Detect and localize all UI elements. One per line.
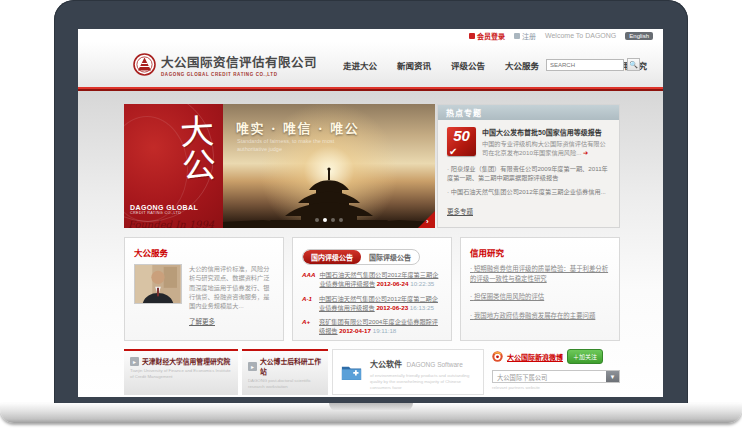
member-login-link[interactable]: 会员登录 bbox=[469, 31, 505, 41]
research-title: 信用研究 bbox=[470, 246, 610, 258]
laptop-base bbox=[0, 403, 742, 423]
website-viewport: 会员登录 注册 Welcome To DAGONG English 大 bbox=[78, 29, 663, 397]
chevron-down-icon: ▼ bbox=[606, 371, 619, 382]
banner-slogan: 唯实 · 唯信 · 唯公 bbox=[236, 118, 359, 137]
nav-item-about[interactable]: 走进大公 bbox=[343, 59, 377, 71]
footer-row: ▸ 天津财经大学信用管理研究院 Tianjin University of Fi… bbox=[124, 349, 620, 395]
search-button[interactable]: 🔍 bbox=[627, 58, 640, 71]
research-link[interactable]: 短期融资券信用评级的质量检验：基于利差分析的评级一致性与稳定性研究 bbox=[470, 264, 610, 283]
tab-international-ratings[interactable]: 国际评级公告 bbox=[361, 250, 419, 264]
nav-item-services[interactable]: 大公服务 bbox=[505, 59, 539, 71]
services-more-link[interactable]: 了解更多 bbox=[189, 316, 215, 326]
partner-select-dropdown[interactable]: 大公国际下属公司 ▼ bbox=[492, 370, 620, 383]
banner-row: 大公 DAGONG GLOBAL CREDIT RATING CO.,LTD F… bbox=[124, 91, 620, 228]
hot-topics-panel: 热点专题 50 ✔ 中国大公发布首批50国家信用等级报告 中国 bbox=[437, 104, 620, 228]
badge-50-icon: 50 ✔ bbox=[447, 127, 476, 156]
announcement-date: 2012-04-17 bbox=[339, 327, 371, 334]
partner-select-note: relevant partners website bbox=[492, 385, 620, 390]
welcome-text: Welcome To DAGONG bbox=[545, 32, 616, 39]
logo-text: 大公国际资信评估有限公司 DAGONG GLOBAL CREDIT RATING… bbox=[161, 52, 317, 77]
carousel-dot[interactable] bbox=[331, 218, 335, 222]
register-icon bbox=[514, 33, 520, 39]
weibo-link[interactable]: 大公国际新浪微博 bbox=[507, 352, 563, 362]
announcement-tabs: 国内评级公告 国际评级公告 bbox=[302, 249, 420, 265]
weibo-box: 大公国际新浪微博 ＋加关注 大公国际下属公司 ▼ relevant partne… bbox=[492, 349, 620, 395]
software-title: 大公软件 bbox=[370, 360, 402, 369]
site-body: 大公 DAGONG GLOBAL CREDIT RATING CO.,LTD F… bbox=[78, 91, 663, 397]
dagong-logo-icon bbox=[133, 53, 156, 76]
hot-topic-link[interactable]: 阳泉煤业（集团）有限责任公司2009年度第一期、2011年度第一期、第二期中期票… bbox=[447, 164, 610, 183]
carousel-dot[interactable] bbox=[339, 218, 343, 222]
carousel-next-arrow[interactable]: › bbox=[418, 211, 435, 228]
rating-grade: A-1 bbox=[302, 294, 315, 313]
partner-select-value: 大公国际下属公司 bbox=[493, 371, 606, 382]
hot-topic-link[interactable]: 中国石油天然气集团公司2012年度第三期企业债券信用... bbox=[447, 187, 610, 197]
featured-topic-desc: 中国的专业评级机构大公国际资信评估有限公司在北京发布2010年国家信用风险...… bbox=[482, 139, 610, 158]
english-language-button[interactable]: English bbox=[625, 32, 653, 40]
announcement-time: 16:13:25 bbox=[410, 304, 434, 311]
announcement-time: 10:22:35 bbox=[410, 280, 434, 287]
register-link[interactable]: 注册 bbox=[514, 31, 536, 41]
services-title: 大公服务 bbox=[134, 246, 274, 258]
carousel-slide[interactable]: 唯实 · 唯信 · 唯公 Standards of fairness, to m… bbox=[223, 104, 435, 228]
member-icon bbox=[469, 33, 475, 39]
announcement-row: AAA 中国石油天然气集团公司2012年度第三期企业债券信用评级报告 2012-… bbox=[302, 270, 442, 289]
nav-item-rating-announcements[interactable]: 评级公告 bbox=[451, 59, 485, 71]
more-topics-link[interactable]: 更多专题 bbox=[447, 206, 473, 216]
cards-row: 大公服务 bbox=[124, 237, 620, 341]
magnifier-icon: 🔍 bbox=[629, 61, 638, 69]
research-link[interactable]: 担保圈类信用风险的评估 bbox=[470, 292, 610, 302]
thumbnail-icon: ▸ bbox=[248, 362, 257, 371]
chevron-right-icon: › bbox=[426, 217, 429, 226]
laptop-mockup: 会员登录 注册 Welcome To DAGONG English 大 bbox=[0, 0, 742, 429]
brand-name: DAGONG GLOBAL CREDIT RATING CO.,LTD bbox=[130, 204, 198, 215]
brand-card: 大公 DAGONG GLOBAL CREDIT RATING CO.,LTD F… bbox=[124, 104, 223, 228]
search-input[interactable] bbox=[546, 59, 624, 71]
software-box[interactable]: 大公软件 DAGONG Software of environmentally … bbox=[332, 349, 484, 395]
weibo-follow-button[interactable]: ＋加关注 bbox=[567, 349, 603, 364]
software-title-en: DAGONG Software bbox=[406, 361, 462, 368]
topbar: 会员登录 注册 Welcome To DAGONG English bbox=[78, 29, 663, 42]
featured-topic-title[interactable]: 中国大公发布首批50国家信用等级报告 bbox=[482, 127, 610, 137]
businessman-photo bbox=[134, 264, 182, 304]
laptop-screen-bezel: 会员登录 注册 Welcome To DAGONG English 大 bbox=[54, 0, 688, 404]
rating-grade: A+ bbox=[302, 317, 315, 336]
carousel-dots bbox=[223, 218, 435, 222]
announcement-date: 2012-06-24 bbox=[377, 280, 409, 287]
search-area: 🔍 bbox=[546, 58, 640, 71]
hot-topics-body: 50 ✔ 中国大公发布首批50国家信用等级报告 中国的专业评级机构大公国际资信评… bbox=[438, 120, 619, 218]
banner-slogan-sub: Standards of fairness, to make the most … bbox=[237, 137, 347, 154]
announcement-time: 19:11:18 bbox=[373, 327, 397, 334]
research-link[interactable]: 我国地方政府债券融资发展存在的主要问题 bbox=[470, 311, 610, 321]
software-folder-icon bbox=[341, 362, 362, 382]
founded-text: Founded In 1994 bbox=[128, 219, 214, 228]
more-arrow-icon: ➔ bbox=[583, 149, 588, 156]
dagong-calligraphy: 大公 bbox=[174, 113, 215, 183]
hot-topics-title: 热点专题 bbox=[438, 105, 619, 120]
featured-topic: 50 ✔ 中国大公发布首批50国家信用等级报告 中国的专业评级机构大公国际资信评… bbox=[447, 127, 610, 158]
announcement-date: 2012-06-23 bbox=[376, 304, 408, 311]
logo[interactable]: 大公国际资信评估有限公司 DAGONG GLOBAL CREDIT RATING… bbox=[133, 52, 317, 77]
tab-domestic-ratings[interactable]: 国内评级公告 bbox=[303, 250, 361, 264]
announcements-card: 国内评级公告 国际评级公告 AAA 中国石油天然气集团公司2012年度第三期企业… bbox=[292, 237, 452, 341]
announcement-row: A-1 中国石油天然气集团公司2012年度第二期企业债券信用评级报告 2012-… bbox=[302, 294, 442, 313]
services-text: 大公的信用评价标准，风险分析与研究观点、数据资料广泛而深度地运用于债券发行、银行… bbox=[189, 264, 274, 310]
weibo-icon bbox=[492, 351, 503, 362]
announcement-row: A+ 兖矿集团有限公司2004年度企业债券跟踪评级报告 2012-04-17 1… bbox=[302, 317, 442, 336]
site-header: 大公国际资信评估有限公司 DAGONG GLOBAL CREDIT RATING… bbox=[78, 42, 663, 87]
thumbnail-icon: ▸ bbox=[130, 357, 139, 366]
carousel-dot[interactable] bbox=[315, 218, 319, 222]
carousel-dot-active[interactable] bbox=[323, 218, 327, 222]
checkmark-icon: ✔ bbox=[449, 146, 457, 157]
rating-grade: AAA bbox=[302, 270, 315, 289]
partner-box-postdoctoral[interactable]: ▸ 大公博士后科研工作站 DAGONG post-doctoral scient… bbox=[242, 349, 328, 395]
nav-item-news[interactable]: 新闻资讯 bbox=[397, 59, 431, 71]
laptop-base-notch bbox=[329, 403, 413, 411]
software-desc: of environmentally friendly products and… bbox=[370, 373, 475, 391]
hot-topics-list: 阳泉煤业（集团）有限责任公司2009年度第一期、2011年度第一期、第二期中期票… bbox=[447, 164, 610, 197]
research-card: 信用研究 短期融资券信用评级的质量检验：基于利差分析的评级一致性与稳定性研究 担… bbox=[460, 237, 620, 341]
services-card: 大公服务 bbox=[124, 237, 284, 341]
company-name-en: DAGONG GLOBAL CREDIT RATING CO.,LTD bbox=[161, 72, 317, 77]
company-name-cn: 大公国际资信评估有限公司 bbox=[161, 52, 317, 71]
partner-box-tianjin[interactable]: ▸ 天津财经大学信用管理研究院 Tianjin University of Fi… bbox=[124, 349, 238, 395]
